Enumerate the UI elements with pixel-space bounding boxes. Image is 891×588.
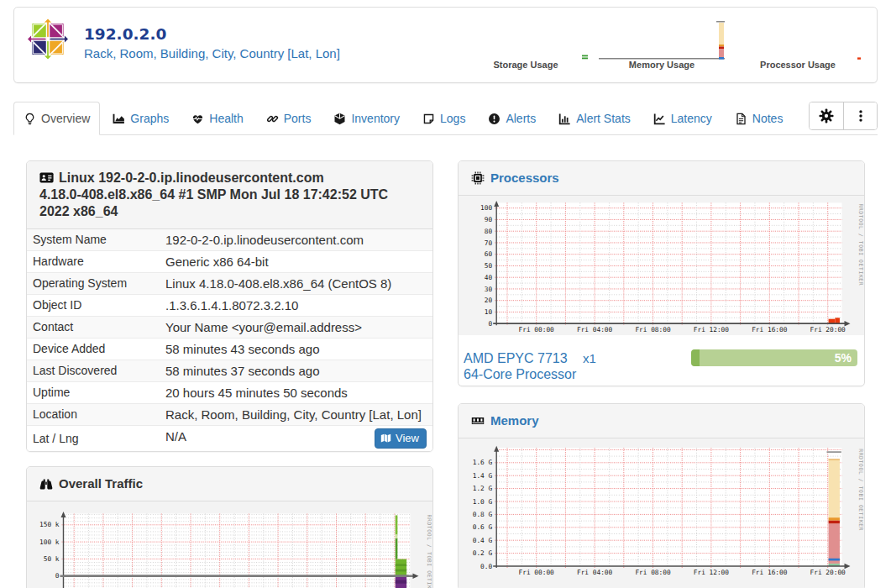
tab-inventory[interactable]: Inventory	[323, 102, 410, 135]
svg-text:50: 50	[485, 262, 493, 270]
processors-panel: Processors 0102030405060708090100Fri 00:…	[458, 160, 865, 386]
svg-text:100 k: 100 k	[39, 538, 60, 546]
device-settings-button[interactable]	[810, 102, 843, 129]
memory-graph[interactable]: 0.00.2 G0.4 G0.6 G0.8 G1.0 G1.2 G1.4 G1.…	[459, 438, 864, 588]
minigraph-label: Memory Usage	[594, 60, 730, 70]
svg-text:Fri 12:00: Fri 12:00	[694, 569, 730, 576]
svg-text:Fri 20:00: Fri 20:00	[810, 569, 846, 576]
tab-latency[interactable]: Latency	[643, 102, 722, 135]
system-info-value: .1.3.6.1.4.1.8072.3.2.10	[165, 298, 298, 312]
tab-label: Overview	[41, 112, 90, 125]
device-toolbar	[809, 102, 878, 130]
tab-label: Logs	[440, 112, 465, 125]
svg-text:150 k: 150 k	[39, 521, 60, 528]
overall-traffic-title: Overall Traffic	[59, 476, 143, 491]
heart-pulse-icon	[191, 113, 204, 125]
cube-icon	[333, 113, 346, 125]
header-minigraphs: Storage UsageMemory UsageProcessor Usage	[458, 13, 866, 70]
minigraph-label: Processor Usage	[730, 60, 866, 70]
system-info-row: Operating SystemLinux 4.18.0-408.el8.x86…	[27, 273, 432, 295]
svg-text:90: 90	[485, 216, 493, 223]
svg-text:RRDTOOL / TOBI OETIKER: RRDTOOL / TOBI OETIKER	[426, 515, 432, 588]
svg-text:10: 10	[485, 308, 493, 316]
svg-text:RRDTOOL / TOBI OETIKER: RRDTOOL / TOBI OETIKER	[857, 203, 864, 286]
system-info-row: LocationRack, Room, Building, City, Coun…	[27, 404, 432, 426]
map-icon	[380, 433, 391, 444]
processors-heading[interactable]: Processors	[459, 161, 864, 196]
more-options-button[interactable]	[843, 102, 877, 129]
system-info-label: Hardware	[27, 251, 160, 273]
system-info-cell: N/AView	[160, 426, 432, 452]
device-tabbar: OverviewGraphsHealthPortsInventoryLogsAl…	[13, 102, 878, 135]
tab-health[interactable]: Health	[181, 102, 253, 135]
svg-text:RRDTOOL / TOBI OETIKER: RRDTOOL / TOBI OETIKER	[857, 449, 864, 531]
system-info-label: Device Added	[27, 339, 160, 360]
svg-text:0: 0	[488, 320, 492, 328]
system-info-value: Generic x86 64-bit	[165, 255, 269, 269]
tab-graphs[interactable]: Graphs	[102, 102, 179, 135]
system-info-table: System Name192-0-2-0.ip.linodeuserconten…	[27, 229, 432, 451]
svg-text:Fri 16:00: Fri 16:00	[752, 326, 788, 333]
system-info-cell: Linux 4.18.0-408.el8.x86_64 (CentOS 8)	[160, 273, 432, 295]
processors-graph[interactable]: 0102030405060708090100Fri 00:00Fri 04:00…	[459, 196, 864, 335]
tab-label: Health	[209, 112, 243, 125]
system-info-cell: .1.3.6.1.4.1.8072.3.2.10	[160, 295, 432, 317]
system-info-value: 192-0-2-0.ip.linodeusercontent.com	[165, 233, 364, 247]
system-info-cell: Rack, Room, Building, City, Country [Lat…	[160, 404, 432, 426]
svg-text:1.0 G: 1.0 G	[473, 498, 493, 506]
svg-text:60: 60	[485, 250, 493, 258]
system-info-value: N/A	[165, 429, 186, 444]
tab-alerts[interactable]: Alerts	[478, 102, 546, 135]
system-info-label: Lat / Lng	[27, 426, 160, 452]
processors-title[interactable]: Processors	[490, 171, 559, 185]
memory-title[interactable]: Memory	[490, 413, 539, 428]
system-info-label: System Name	[27, 229, 160, 251]
cpu-row: AMD EPYC 7713 64-Core Processor x1 5%	[459, 335, 864, 386]
system-info-value: Linux 4.18.0-408.el8.x86_64 (CentOS 8)	[165, 276, 391, 291]
system-info-label: Object ID	[27, 295, 160, 317]
cpu-name-link[interactable]: AMD EPYC 7713 64-Core Processor	[464, 350, 583, 382]
view-location-button[interactable]: View	[375, 428, 427, 449]
system-info-cell: Your Name <your@email.address>	[160, 317, 432, 339]
ellipsis-vertical-icon	[854, 109, 867, 123]
view-button-label: View	[396, 431, 419, 445]
minigraph-processor-usage[interactable]: Processor Usage	[730, 13, 866, 70]
tab-label: Alert Stats	[576, 112, 631, 125]
svg-text:30: 30	[485, 286, 493, 293]
tab-logs[interactable]: Logs	[412, 102, 475, 135]
tab-label: Ports	[284, 112, 312, 125]
device-title[interactable]: 192.0.2.0	[84, 24, 340, 45]
device-location-link[interactable]: Rack, Room, Building, City, Country [Lat…	[84, 45, 340, 61]
system-info-label: Uptime	[27, 382, 160, 404]
system-info-row: Lat / LngN/AView	[27, 426, 432, 452]
svg-text:Fri 20:00: Fri 20:00	[810, 326, 846, 333]
tab-notes[interactable]: Notes	[725, 102, 794, 135]
address-card-icon	[39, 171, 54, 185]
system-info-cell: Generic x86 64-bit	[160, 251, 432, 273]
chart-area-icon	[113, 113, 125, 125]
link-icon	[266, 113, 279, 125]
tab-label: Latency	[671, 112, 712, 125]
system-info-cell: 58 minutes 43 seconds ago	[160, 339, 432, 360]
system-info-value: Rack, Room, Building, City, Country [Lat…	[165, 407, 422, 422]
svg-text:0.6 G: 0.6 G	[473, 523, 493, 531]
svg-text:40: 40	[485, 274, 493, 281]
minigraph-memory-usage[interactable]: Memory Usage	[594, 13, 730, 70]
svg-text:0.2 G: 0.2 G	[473, 549, 493, 557]
chart-line-icon	[653, 113, 666, 125]
overall-traffic-graph[interactable]: 050 k100 k150 kRRDTOOL / TOBI OETIKER	[27, 501, 432, 588]
svg-text:Fri 00:00: Fri 00:00	[519, 326, 555, 333]
chart-column-icon	[558, 113, 571, 125]
system-info-label: Location	[27, 404, 160, 426]
svg-text:Fri 04:00: Fri 04:00	[577, 326, 613, 333]
memory-heading[interactable]: Memory	[459, 404, 864, 438]
minigraph-storage-usage[interactable]: Storage Usage	[458, 13, 594, 70]
system-info-value: 20 hours 45 minutes 50 seconds	[165, 386, 348, 400]
system-info-value: Your Name <your@email.address>	[165, 320, 362, 334]
tab-alert-stats[interactable]: Alert Stats	[548, 102, 641, 135]
microchip-icon	[471, 171, 485, 185]
tab-overview[interactable]: Overview	[13, 102, 100, 135]
tab-ports[interactable]: Ports	[256, 102, 322, 135]
system-info-row: Object ID.1.3.6.1.4.1.8072.3.2.10	[27, 295, 432, 317]
system-info-heading: Linux 192-0-2-0.ip.linodeusercontent.com…	[27, 161, 432, 229]
